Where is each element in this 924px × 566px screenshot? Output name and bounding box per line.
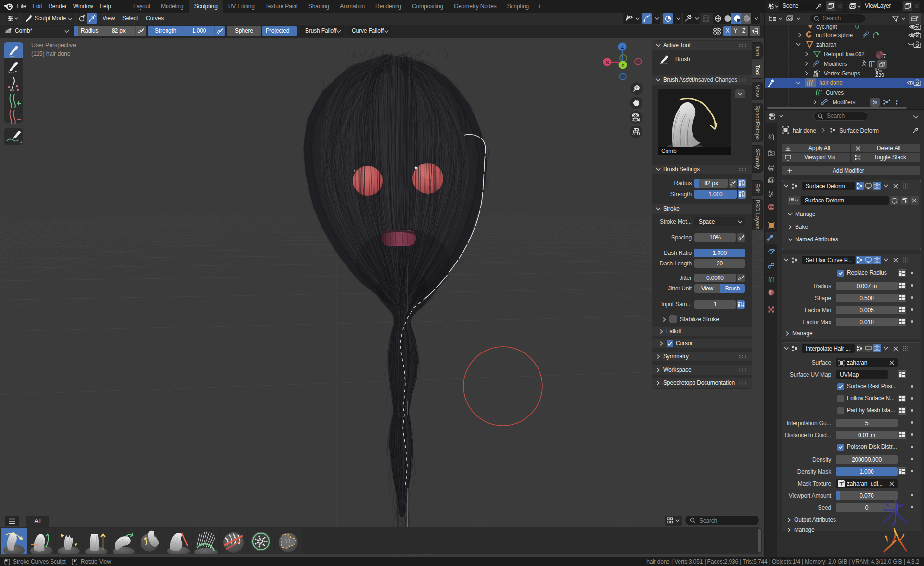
svg-text:X: X [606,60,609,65]
svg-text:Y: Y [621,63,625,68]
svg-text:Z: Z [621,44,624,50]
